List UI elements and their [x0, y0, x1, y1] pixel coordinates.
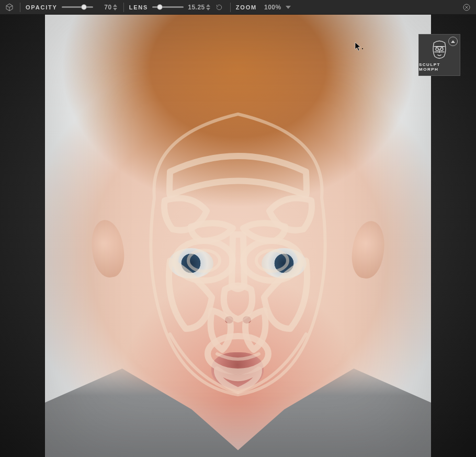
lens-label: LENS	[129, 4, 149, 10]
lens-value: 15.25	[188, 4, 205, 11]
separator	[230, 3, 231, 12]
canvas-stage: SCULPT MORPH	[0, 15, 476, 457]
zoom-value: 100%	[264, 4, 281, 11]
zoom-dropdown-icon[interactable]	[286, 6, 291, 9]
top-toolbar: OPACITY 70 LENS 15.25 ZOOM 100%	[0, 0, 476, 15]
separator	[123, 3, 124, 12]
face-wireframe-icon	[430, 38, 449, 60]
opacity-label: OPACITY	[26, 4, 58, 10]
image-viewport[interactable]	[45, 15, 431, 457]
tool-label: SCULPT MORPH	[419, 62, 460, 72]
sculpt-morph-tool[interactable]: SCULPT MORPH	[418, 34, 460, 76]
svg-point-8	[440, 48, 443, 50]
subject-photo	[45, 15, 431, 457]
opacity-slider[interactable]	[62, 6, 93, 8]
opacity-value: 70	[97, 4, 112, 11]
wireframe-cube-icon[interactable]	[3, 1, 16, 14]
lens-slider[interactable]	[152, 6, 184, 8]
close-icon[interactable]	[460, 1, 473, 14]
opacity-stepper[interactable]	[113, 4, 117, 11]
lens-stepper[interactable]	[206, 4, 210, 11]
lens-reset-icon[interactable]	[214, 3, 224, 12]
separator	[20, 3, 20, 12]
svg-point-7	[436, 48, 438, 50]
zoom-label: ZOOM	[236, 4, 257, 10]
tool-expand-icon[interactable]	[448, 37, 458, 46]
